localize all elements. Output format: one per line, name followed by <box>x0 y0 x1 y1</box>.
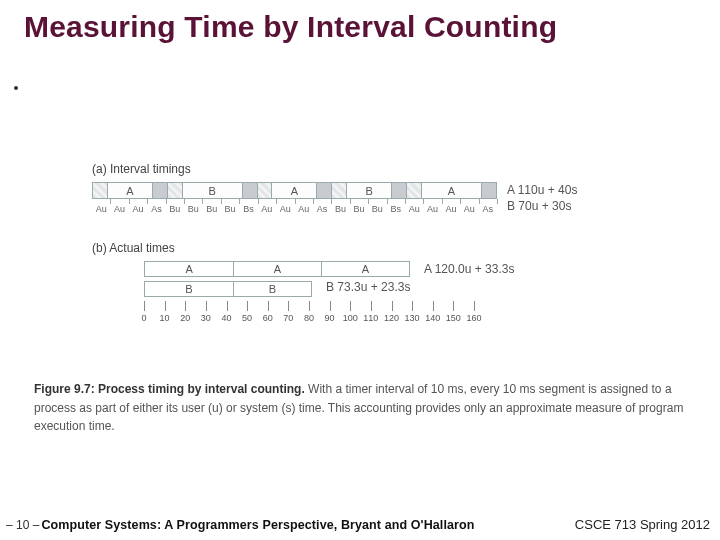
actual-bar-b-row: BB B 73.3u + 23.3s <box>92 277 652 297</box>
interval-tick-label: Au <box>261 204 272 214</box>
axis-tick-label: 90 <box>325 313 335 323</box>
caption-lead: Figure 9.7: Process timing by interval c… <box>34 382 305 396</box>
interval-tick-label: Au <box>445 204 456 214</box>
interval-tick-label: Au <box>409 204 420 214</box>
axis-tick-label: 130 <box>405 313 420 323</box>
axis-b: 0102030405060708090100110120130140150160 <box>144 301 474 331</box>
interval-tick-label: Bs <box>390 204 401 214</box>
figure-caption: Figure 9.7: Process timing by interval c… <box>34 380 686 436</box>
interval-tick-label: Bu <box>372 204 383 214</box>
axis-tick-label: 0 <box>141 313 146 323</box>
axis-tick-label: 160 <box>466 313 481 323</box>
interval-tick-label: Bu <box>335 204 346 214</box>
slide-title: Measuring Time by Interval Counting <box>24 10 557 44</box>
interval-timeline: ABABA <box>92 182 497 199</box>
interval-tick-label: Au <box>280 204 291 214</box>
interval-tick-label: As <box>483 204 494 214</box>
axis-tick-label: 80 <box>304 313 314 323</box>
interval-tick-label: Au <box>427 204 438 214</box>
section-a-row: ABABA AuAuAuAsBuBuBuBuBsAuAuAuAsBuBuBuBs… <box>92 182 652 219</box>
interval-tick-label: Bu <box>169 204 180 214</box>
actual-seg: B <box>145 282 234 296</box>
axis-tick-label: 140 <box>425 313 440 323</box>
actual-seg: A <box>145 262 234 276</box>
interval-tick-label: Au <box>96 204 107 214</box>
timeline-seg: A <box>422 183 482 198</box>
axis-tick-label: 70 <box>283 313 293 323</box>
actual-b-readout: B 73.3u + 23.3s <box>326 280 410 294</box>
timeline-seg <box>482 183 497 198</box>
axis-tick-label: 30 <box>201 313 211 323</box>
footer-course: CSCE 713 Spring 2012 <box>575 517 710 532</box>
interval-tick-label: Au <box>133 204 144 214</box>
axis-tick-label: 120 <box>384 313 399 323</box>
actual-a-readout: A 120.0u + 33.3s <box>424 262 514 276</box>
axis-tick-label: 10 <box>160 313 170 323</box>
axis-tick-label: 50 <box>242 313 252 323</box>
timeline-seg <box>392 183 407 198</box>
readout-b-line: B 70u + 30s <box>507 198 577 214</box>
actual-seg: A <box>322 262 409 276</box>
axis-tick-label: 60 <box>263 313 273 323</box>
axis-tick-label: 20 <box>180 313 190 323</box>
axis-tick-label: 110 <box>363 313 378 323</box>
timeline-seg <box>407 183 422 198</box>
timeline-seg <box>168 183 183 198</box>
actual-seg: A <box>234 262 321 276</box>
section-b: (b) Actual times AAA A 120.0u + 33.3s BB… <box>92 241 652 331</box>
interval-tick-labels: AuAuAuAsBuBuBuBuBsAuAuAuAsBuBuBuBsAuAuAu… <box>92 199 497 219</box>
axis-tick-label: 40 <box>221 313 231 323</box>
section-a-readout: A 110u + 40s B 70u + 30s <box>507 182 577 214</box>
interval-tick-label: As <box>317 204 328 214</box>
slide-footer: – 10 – Computer Systems: A Programmers P… <box>0 517 720 532</box>
interval-tick-label: Bu <box>206 204 217 214</box>
interval-tick-label: Bs <box>243 204 254 214</box>
timeline-seg <box>317 183 332 198</box>
actual-bar-b: BB <box>144 281 312 297</box>
actual-bar-a-row: AAA A 120.0u + 33.3s <box>92 261 652 277</box>
timeline-seg: A <box>272 183 317 198</box>
interval-tick-label: Au <box>114 204 125 214</box>
interval-tick-label: Bu <box>225 204 236 214</box>
page-number: – 10 – <box>6 518 39 532</box>
section-a-heading: (a) Interval timings <box>92 162 652 176</box>
timeline-seg <box>93 183 108 198</box>
section-b-heading: (b) Actual times <box>92 241 652 255</box>
actual-bar-a: AAA <box>144 261 410 277</box>
timeline-seg: B <box>183 183 243 198</box>
timeline-seg <box>258 183 273 198</box>
bullet-marker <box>14 86 18 90</box>
axis-tick-label: 100 <box>343 313 358 323</box>
interval-tick-label: Au <box>464 204 475 214</box>
timeline-seg: B <box>347 183 392 198</box>
timeline-seg: A <box>108 183 153 198</box>
timeline-seg <box>332 183 347 198</box>
timeline-seg <box>153 183 168 198</box>
readout-a-line: A 110u + 40s <box>507 182 577 198</box>
footer-citation: Computer Systems: A Programmers Perspect… <box>41 518 474 532</box>
actual-seg: B <box>234 282 311 296</box>
figure-9-7: (a) Interval timings ABABA AuAuAuAsBuBuB… <box>92 162 652 331</box>
interval-tick-label: Au <box>298 204 309 214</box>
axis-tick-label: 150 <box>446 313 461 323</box>
interval-tick-label: Bu <box>188 204 199 214</box>
interval-tick-label: As <box>151 204 162 214</box>
timeline-seg <box>243 183 258 198</box>
interval-tick-label: Bu <box>353 204 364 214</box>
